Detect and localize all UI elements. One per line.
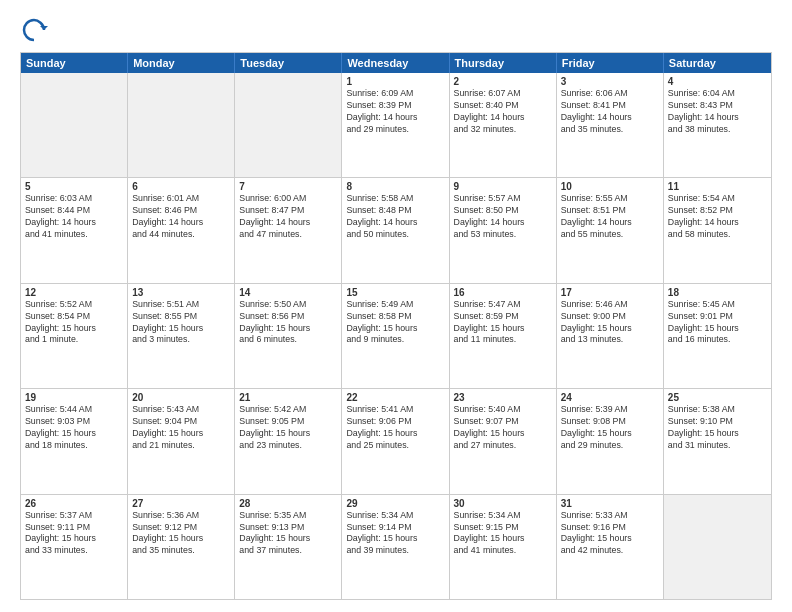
calendar-cell: 26Sunrise: 5:37 AM Sunset: 9:11 PM Dayli… xyxy=(21,495,128,599)
calendar-cell: 18Sunrise: 5:45 AM Sunset: 9:01 PM Dayli… xyxy=(664,284,771,388)
cell-content: Sunrise: 5:41 AM Sunset: 9:06 PM Dayligh… xyxy=(346,404,444,452)
calendar-cell: 21Sunrise: 5:42 AM Sunset: 9:05 PM Dayli… xyxy=(235,389,342,493)
calendar-cell: 13Sunrise: 5:51 AM Sunset: 8:55 PM Dayli… xyxy=(128,284,235,388)
day-number: 18 xyxy=(668,287,767,298)
calendar-cell: 4Sunrise: 6:04 AM Sunset: 8:43 PM Daylig… xyxy=(664,73,771,177)
calendar-cell xyxy=(21,73,128,177)
cell-content: Sunrise: 5:51 AM Sunset: 8:55 PM Dayligh… xyxy=(132,299,230,347)
cell-content: Sunrise: 5:38 AM Sunset: 9:10 PM Dayligh… xyxy=(668,404,767,452)
calendar-row-4: 19Sunrise: 5:44 AM Sunset: 9:03 PM Dayli… xyxy=(21,388,771,493)
day-number: 28 xyxy=(239,498,337,509)
calendar-cell: 6Sunrise: 6:01 AM Sunset: 8:46 PM Daylig… xyxy=(128,178,235,282)
day-number: 14 xyxy=(239,287,337,298)
cell-content: Sunrise: 5:55 AM Sunset: 8:51 PM Dayligh… xyxy=(561,193,659,241)
calendar-row-3: 12Sunrise: 5:52 AM Sunset: 8:54 PM Dayli… xyxy=(21,283,771,388)
day-number: 27 xyxy=(132,498,230,509)
calendar-cell: 7Sunrise: 6:00 AM Sunset: 8:47 PM Daylig… xyxy=(235,178,342,282)
calendar-cell: 31Sunrise: 5:33 AM Sunset: 9:16 PM Dayli… xyxy=(557,495,664,599)
calendar-cell: 15Sunrise: 5:49 AM Sunset: 8:58 PM Dayli… xyxy=(342,284,449,388)
header-day-wednesday: Wednesday xyxy=(342,53,449,73)
cell-content: Sunrise: 6:04 AM Sunset: 8:43 PM Dayligh… xyxy=(668,88,767,136)
calendar-cell: 20Sunrise: 5:43 AM Sunset: 9:04 PM Dayli… xyxy=(128,389,235,493)
cell-content: Sunrise: 5:39 AM Sunset: 9:08 PM Dayligh… xyxy=(561,404,659,452)
day-number: 1 xyxy=(346,76,444,87)
calendar-body: 1Sunrise: 6:09 AM Sunset: 8:39 PM Daylig… xyxy=(21,73,771,599)
cell-content: Sunrise: 6:01 AM Sunset: 8:46 PM Dayligh… xyxy=(132,193,230,241)
header-day-sunday: Sunday xyxy=(21,53,128,73)
cell-content: Sunrise: 5:34 AM Sunset: 9:15 PM Dayligh… xyxy=(454,510,552,558)
day-number: 16 xyxy=(454,287,552,298)
day-number: 19 xyxy=(25,392,123,403)
cell-content: Sunrise: 6:07 AM Sunset: 8:40 PM Dayligh… xyxy=(454,88,552,136)
day-number: 10 xyxy=(561,181,659,192)
calendar-cell xyxy=(664,495,771,599)
day-number: 11 xyxy=(668,181,767,192)
calendar-cell: 16Sunrise: 5:47 AM Sunset: 8:59 PM Dayli… xyxy=(450,284,557,388)
header xyxy=(20,16,772,44)
logo-icon xyxy=(20,16,48,44)
calendar-cell: 2Sunrise: 6:07 AM Sunset: 8:40 PM Daylig… xyxy=(450,73,557,177)
cell-content: Sunrise: 5:45 AM Sunset: 9:01 PM Dayligh… xyxy=(668,299,767,347)
cell-content: Sunrise: 6:09 AM Sunset: 8:39 PM Dayligh… xyxy=(346,88,444,136)
calendar-cell: 3Sunrise: 6:06 AM Sunset: 8:41 PM Daylig… xyxy=(557,73,664,177)
calendar-cell: 1Sunrise: 6:09 AM Sunset: 8:39 PM Daylig… xyxy=(342,73,449,177)
calendar-row-2: 5Sunrise: 6:03 AM Sunset: 8:44 PM Daylig… xyxy=(21,177,771,282)
cell-content: Sunrise: 5:47 AM Sunset: 8:59 PM Dayligh… xyxy=(454,299,552,347)
cell-content: Sunrise: 5:34 AM Sunset: 9:14 PM Dayligh… xyxy=(346,510,444,558)
day-number: 31 xyxy=(561,498,659,509)
calendar-cell: 10Sunrise: 5:55 AM Sunset: 8:51 PM Dayli… xyxy=(557,178,664,282)
calendar-cell: 30Sunrise: 5:34 AM Sunset: 9:15 PM Dayli… xyxy=(450,495,557,599)
calendar-row-1: 1Sunrise: 6:09 AM Sunset: 8:39 PM Daylig… xyxy=(21,73,771,177)
header-day-thursday: Thursday xyxy=(450,53,557,73)
day-number: 12 xyxy=(25,287,123,298)
cell-content: Sunrise: 5:33 AM Sunset: 9:16 PM Dayligh… xyxy=(561,510,659,558)
calendar-cell: 23Sunrise: 5:40 AM Sunset: 9:07 PM Dayli… xyxy=(450,389,557,493)
day-number: 20 xyxy=(132,392,230,403)
cell-content: Sunrise: 5:42 AM Sunset: 9:05 PM Dayligh… xyxy=(239,404,337,452)
day-number: 17 xyxy=(561,287,659,298)
calendar-cell xyxy=(128,73,235,177)
calendar-cell: 12Sunrise: 5:52 AM Sunset: 8:54 PM Dayli… xyxy=(21,284,128,388)
header-day-tuesday: Tuesday xyxy=(235,53,342,73)
day-number: 9 xyxy=(454,181,552,192)
calendar-cell: 14Sunrise: 5:50 AM Sunset: 8:56 PM Dayli… xyxy=(235,284,342,388)
cell-content: Sunrise: 5:58 AM Sunset: 8:48 PM Dayligh… xyxy=(346,193,444,241)
day-number: 3 xyxy=(561,76,659,87)
calendar-cell: 28Sunrise: 5:35 AM Sunset: 9:13 PM Dayli… xyxy=(235,495,342,599)
cell-content: Sunrise: 5:50 AM Sunset: 8:56 PM Dayligh… xyxy=(239,299,337,347)
cell-content: Sunrise: 5:46 AM Sunset: 9:00 PM Dayligh… xyxy=(561,299,659,347)
day-number: 21 xyxy=(239,392,337,403)
calendar-cell: 22Sunrise: 5:41 AM Sunset: 9:06 PM Dayli… xyxy=(342,389,449,493)
cell-content: Sunrise: 5:36 AM Sunset: 9:12 PM Dayligh… xyxy=(132,510,230,558)
day-number: 29 xyxy=(346,498,444,509)
cell-content: Sunrise: 5:49 AM Sunset: 8:58 PM Dayligh… xyxy=(346,299,444,347)
cell-content: Sunrise: 5:54 AM Sunset: 8:52 PM Dayligh… xyxy=(668,193,767,241)
calendar-cell xyxy=(235,73,342,177)
calendar-cell: 11Sunrise: 5:54 AM Sunset: 8:52 PM Dayli… xyxy=(664,178,771,282)
header-day-monday: Monday xyxy=(128,53,235,73)
header-day-friday: Friday xyxy=(557,53,664,73)
day-number: 13 xyxy=(132,287,230,298)
day-number: 30 xyxy=(454,498,552,509)
cell-content: Sunrise: 5:44 AM Sunset: 9:03 PM Dayligh… xyxy=(25,404,123,452)
day-number: 2 xyxy=(454,76,552,87)
cell-content: Sunrise: 5:35 AM Sunset: 9:13 PM Dayligh… xyxy=(239,510,337,558)
day-number: 5 xyxy=(25,181,123,192)
day-number: 8 xyxy=(346,181,444,192)
day-number: 23 xyxy=(454,392,552,403)
day-number: 22 xyxy=(346,392,444,403)
day-number: 15 xyxy=(346,287,444,298)
page: SundayMondayTuesdayWednesdayThursdayFrid… xyxy=(0,0,792,612)
calendar-cell: 25Sunrise: 5:38 AM Sunset: 9:10 PM Dayli… xyxy=(664,389,771,493)
cell-content: Sunrise: 5:40 AM Sunset: 9:07 PM Dayligh… xyxy=(454,404,552,452)
cell-content: Sunrise: 5:52 AM Sunset: 8:54 PM Dayligh… xyxy=(25,299,123,347)
cell-content: Sunrise: 5:37 AM Sunset: 9:11 PM Dayligh… xyxy=(25,510,123,558)
day-number: 25 xyxy=(668,392,767,403)
calendar-row-5: 26Sunrise: 5:37 AM Sunset: 9:11 PM Dayli… xyxy=(21,494,771,599)
calendar-cell: 27Sunrise: 5:36 AM Sunset: 9:12 PM Dayli… xyxy=(128,495,235,599)
calendar-cell: 8Sunrise: 5:58 AM Sunset: 8:48 PM Daylig… xyxy=(342,178,449,282)
day-number: 26 xyxy=(25,498,123,509)
calendar-cell: 5Sunrise: 6:03 AM Sunset: 8:44 PM Daylig… xyxy=(21,178,128,282)
cell-content: Sunrise: 5:57 AM Sunset: 8:50 PM Dayligh… xyxy=(454,193,552,241)
calendar-cell: 19Sunrise: 5:44 AM Sunset: 9:03 PM Dayli… xyxy=(21,389,128,493)
